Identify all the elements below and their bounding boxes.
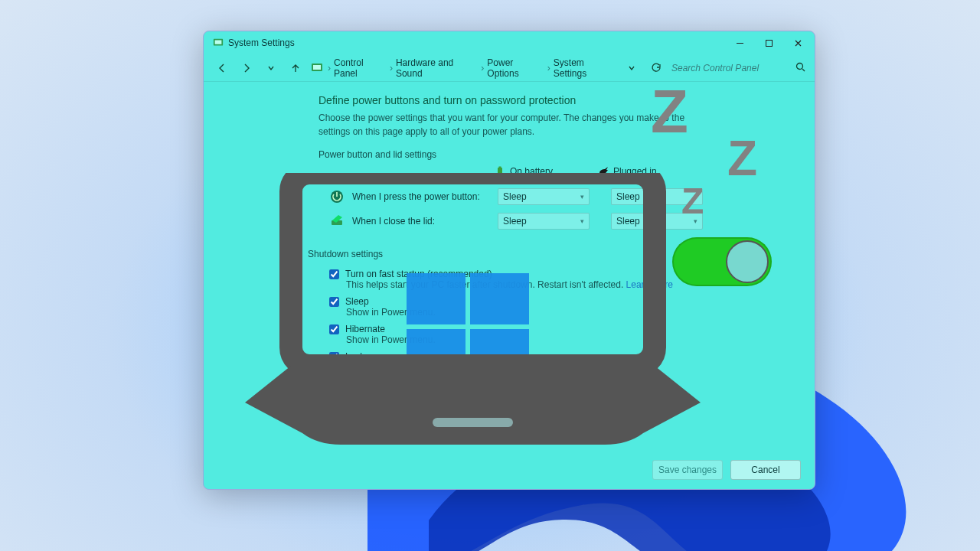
opt-hibernate-label: Hibernate	[345, 324, 385, 334]
opt-lock-desc: Show in account picture menu.	[346, 362, 790, 373]
check-fast-startup[interactable]	[329, 269, 339, 279]
app-icon	[213, 37, 224, 48]
row-power-label: When I press the power button:	[352, 191, 490, 202]
recent-chevron-icon[interactable]	[262, 59, 280, 77]
battery-icon	[495, 166, 505, 177]
opt-sleep-label: Sleep	[345, 296, 369, 307]
plug-icon	[598, 166, 609, 177]
crumb-2[interactable]: Power Options	[487, 57, 544, 79]
column-headers: On battery Plugged in	[318, 166, 790, 184]
lid-icon	[329, 214, 345, 229]
maximize-button[interactable]	[758, 34, 779, 51]
forward-button[interactable]	[237, 59, 256, 77]
check-hibernate[interactable]	[329, 324, 339, 334]
crumb-0[interactable]: Control Panel	[334, 57, 387, 79]
opt-fast-startup-label: Turn on fast startup (recommended)	[345, 269, 492, 279]
check-lock[interactable]	[329, 352, 339, 362]
refresh-button[interactable]	[647, 59, 665, 77]
window-title: System Settings	[228, 37, 295, 48]
crumb-1[interactable]: Hardware and Sound	[396, 57, 478, 79]
page-subtext: Choose the power settings that you want …	[318, 111, 717, 139]
learn-more-link[interactable]: Learn More	[626, 279, 673, 290]
minimize-button[interactable]	[729, 34, 750, 51]
back-button[interactable]	[213, 59, 231, 77]
svg-rect-7	[498, 168, 502, 175]
select-lid-plugged[interactable]: Sleep▾	[611, 213, 703, 230]
footer-buttons: Save changes Cancel	[652, 460, 801, 480]
search-icon	[795, 62, 805, 74]
chevron-down-icon: ▾	[580, 193, 584, 201]
address-chevron-icon[interactable]	[622, 59, 641, 77]
opt-sleep-desc: Show in Power menu.	[346, 307, 790, 318]
svg-rect-2	[737, 43, 743, 44]
row-power-button: When I press the power button: Sleep▾ Sl…	[318, 184, 790, 209]
select-power-plugged[interactable]: Sleep▾	[611, 188, 703, 205]
opt-hibernate-desc: Show in Power menu.	[346, 334, 790, 345]
svg-rect-8	[499, 167, 501, 168]
svg-rect-1	[215, 41, 222, 44]
opt-lock: Lock Show in account picture menu.	[318, 348, 790, 376]
page-heading: Define power buttons and turn on passwor…	[318, 94, 790, 106]
power-icon	[329, 189, 345, 204]
col-plugged-label: Plugged in	[613, 166, 657, 177]
search-input[interactable]	[671, 63, 791, 73]
opt-lock-label: Lock	[345, 351, 364, 362]
col-battery-label: On battery	[510, 166, 553, 177]
check-sleep[interactable]	[329, 297, 339, 307]
row-lid: When I close the lid: Sleep▾ Sleep▾	[318, 209, 790, 233]
select-lid-battery[interactable]: Sleep▾	[498, 213, 590, 230]
opt-fast-startup-desc: This helps start your PC faster after sh…	[346, 279, 623, 290]
opt-sleep: Sleep Show in Power menu.	[318, 293, 790, 321]
up-button[interactable]	[286, 59, 305, 77]
opt-hibernate: Hibernate Show in Power menu.	[318, 321, 790, 348]
chevron-down-icon: ▾	[694, 217, 697, 225]
svg-rect-5	[313, 65, 321, 70]
toggle-knob	[726, 240, 769, 283]
toolbar: › Control Panel › Hardware and Sound › P…	[204, 54, 815, 82]
svg-rect-3	[766, 40, 772, 46]
breadcrumb[interactable]: › Control Panel › Hardware and Sound › P…	[311, 57, 616, 79]
save-button[interactable]: Save changes	[652, 460, 723, 480]
search-box[interactable]	[671, 62, 805, 74]
titlebar: System Settings	[204, 31, 815, 54]
close-button[interactable]	[787, 34, 808, 51]
cancel-button[interactable]: Cancel	[730, 460, 801, 480]
svg-point-6	[797, 63, 803, 69]
row-lid-label: When I close the lid:	[352, 216, 490, 227]
control-panel-icon	[311, 62, 323, 74]
crumb-3[interactable]: System Settings	[554, 57, 616, 79]
toggle-switch-graphic	[672, 237, 772, 286]
select-power-battery[interactable]: Sleep▾	[498, 188, 590, 205]
section-power-lid: Power button and lid settings	[318, 149, 790, 160]
chevron-down-icon: ▾	[580, 217, 584, 225]
breadcrumb-sep: ›	[328, 63, 331, 73]
chevron-down-icon: ▾	[694, 193, 697, 201]
